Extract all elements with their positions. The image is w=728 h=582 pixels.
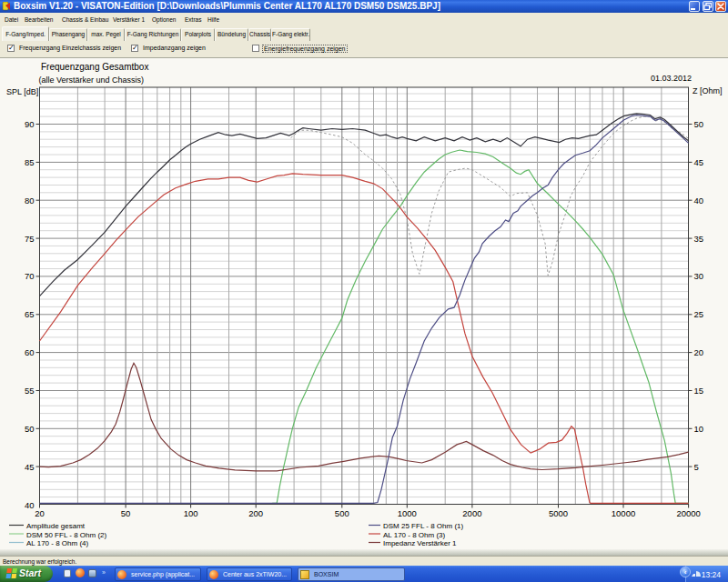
svg-text:90: 90 [25, 119, 35, 129]
svg-text:50: 50 [694, 119, 704, 129]
svg-text:55: 55 [25, 386, 35, 396]
svg-text:40: 40 [25, 500, 35, 510]
svg-text:AL 170 - 8 Ohm (3): AL 170 - 8 Ohm (3) [383, 531, 446, 539]
svg-text:Frequenzgang Gesamtbox: Frequenzgang Gesamtbox [41, 62, 148, 72]
svg-text:20: 20 [35, 508, 45, 518]
svg-text:20000: 20000 [676, 508, 700, 518]
svg-text:35: 35 [694, 234, 704, 244]
svg-text:1000: 1000 [398, 508, 417, 518]
svg-text:40: 40 [694, 196, 704, 206]
svg-text:5: 5 [694, 462, 699, 472]
svg-text:AL 170 - 8 Ohm (4): AL 170 - 8 Ohm (4) [26, 539, 89, 547]
svg-text:50: 50 [121, 508, 131, 518]
svg-text:15: 15 [694, 386, 704, 396]
svg-text:20: 20 [694, 347, 704, 357]
svg-text:Impedanz Verstärker 1: Impedanz Verstärker 1 [383, 539, 457, 547]
svg-text:200: 200 [248, 508, 263, 518]
svg-text:80: 80 [25, 196, 35, 206]
svg-text:DSM 25 FFL - 8 Ohm (1): DSM 25 FFL - 8 Ohm (1) [383, 522, 464, 530]
svg-text:70: 70 [25, 271, 35, 281]
svg-text:65: 65 [25, 309, 35, 319]
svg-text:5000: 5000 [549, 508, 568, 518]
svg-text:01.03.2012: 01.03.2012 [651, 74, 692, 83]
svg-text:10000: 10000 [612, 508, 635, 518]
svg-text:SPL [dB]: SPL [dB] [6, 87, 38, 96]
svg-text:Z [Ohm]: Z [Ohm] [693, 86, 723, 95]
svg-text:60: 60 [25, 347, 35, 357]
svg-text:25: 25 [694, 309, 704, 319]
svg-text:10: 10 [694, 424, 704, 434]
svg-text:45: 45 [694, 157, 704, 167]
svg-text:DSM 50 FFL - 8 Ohm (2): DSM 50 FFL - 8 Ohm (2) [26, 531, 107, 539]
svg-text:45: 45 [25, 462, 35, 472]
svg-text:500: 500 [335, 508, 349, 518]
svg-text:Amplitude gesamt: Amplitude gesamt [26, 522, 86, 530]
svg-text:30: 30 [694, 271, 704, 281]
svg-text:(alle Verstärker und Chassis): (alle Verstärker und Chassis) [39, 75, 145, 85]
svg-text:2000: 2000 [462, 508, 481, 518]
svg-text:75: 75 [25, 234, 35, 244]
svg-text:100: 100 [184, 508, 198, 518]
svg-text:85: 85 [25, 157, 35, 167]
svg-text:50: 50 [25, 424, 35, 434]
